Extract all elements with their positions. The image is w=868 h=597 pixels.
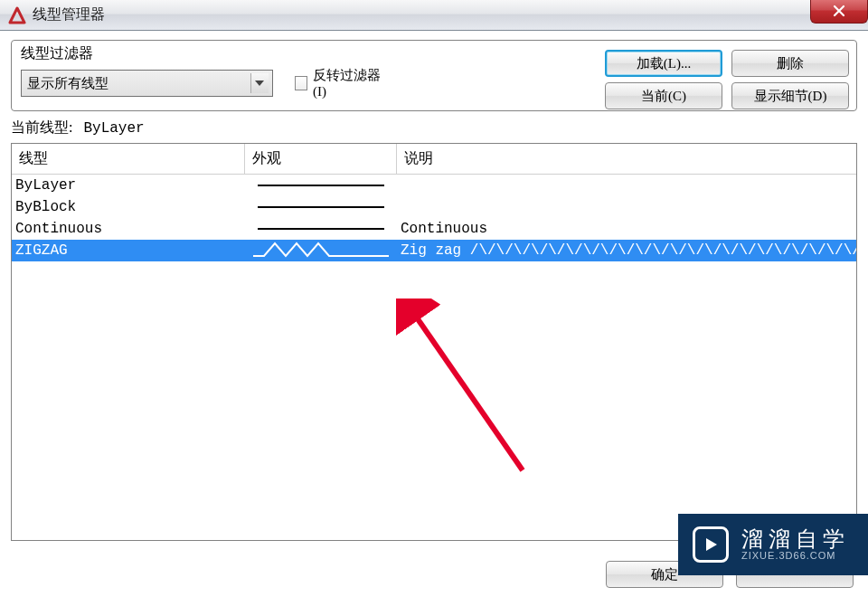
table-row[interactable]: ZIGZAGZig zag /\/\/\/\/\/\/\/\/\/\/\/\/\… (12, 240, 856, 261)
window-title: 线型管理器 (33, 5, 105, 24)
checkbox-icon (295, 76, 307, 90)
set-current-button[interactable]: 当前(C) (605, 82, 722, 109)
delete-button[interactable]: 删除 (731, 50, 849, 77)
cell-linetype-name: ByLayer (12, 177, 245, 194)
filter-group-label: 线型过滤器 (21, 44, 382, 63)
header-linetype[interactable]: 线型 (12, 144, 245, 174)
cell-appearance (245, 185, 397, 186)
filter-dropdown[interactable]: 显示所有线型 (21, 70, 273, 97)
cell-appearance (245, 228, 397, 230)
header-appearance[interactable]: 外观 (245, 144, 397, 174)
current-linetype-label: 当前线型: (11, 119, 72, 135)
table-row[interactable]: ContinuousContinuous (12, 218, 856, 240)
cell-linetype-name: ZIGZAG (12, 242, 245, 259)
watermark: 溜溜自学 ZIXUE.3D66.COM (678, 514, 868, 575)
table-row[interactable]: ByBlock (12, 196, 856, 218)
cell-description: Zig zag /\/\/\/\/\/\/\/\/\/\/\/\/\/\/\/\… (397, 242, 856, 259)
current-linetype-value: ByLayer (83, 120, 144, 137)
header-description[interactable]: 说明 (397, 144, 856, 174)
table-header: 线型 外观 说明 (12, 144, 856, 175)
invert-filter-label: 反转过滤器(I) (313, 67, 382, 100)
cell-linetype-name: ByBlock (12, 199, 245, 215)
cell-description: Continuous (397, 221, 856, 237)
chevron-down-icon (250, 73, 269, 93)
show-details-button[interactable]: 显示细节(D) (731, 82, 849, 109)
invert-filter-checkbox[interactable]: 反转过滤器(I) (295, 67, 382, 100)
table-row[interactable]: ByLayer (12, 175, 856, 196)
client-area: 线型过滤器 显示所有线型 反转过滤器(I) 加载(L)... 删除 当前(C) … (0, 31, 868, 550)
cell-linetype-name: Continuous (12, 221, 245, 237)
watermark-text-en: ZIXUE.3D66.COM (741, 550, 850, 561)
filter-dropdown-value: 显示所有线型 (27, 75, 108, 92)
watermark-text-cn: 溜溜自学 (741, 528, 850, 550)
titlebar: 线型管理器 (0, 0, 868, 31)
current-linetype: 当前线型: ByLayer (11, 117, 857, 143)
table-body: ByLayerByBlockContinuousContinuousZIGZAG… (12, 175, 856, 261)
filter-group: 线型过滤器 显示所有线型 反转过滤器(I) 加载(L)... 删除 当前(C) … (11, 40, 857, 111)
close-icon (832, 4, 846, 18)
load-button[interactable]: 加载(L)... (605, 50, 722, 77)
app-icon (7, 5, 27, 25)
play-icon (693, 526, 729, 563)
close-button[interactable] (810, 0, 868, 24)
cell-appearance (245, 242, 397, 260)
cell-appearance (245, 206, 397, 208)
linetype-table: 线型 外观 说明 ByLayerByBlockContinuousContinu… (11, 143, 857, 541)
